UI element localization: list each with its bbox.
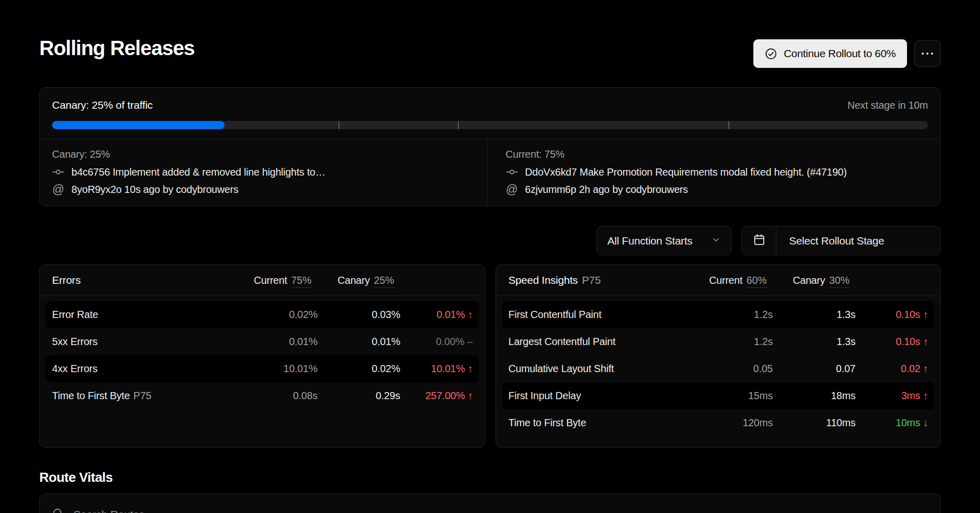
continue-rollout-button[interactable]: Continue Rollout to 60% bbox=[753, 39, 907, 68]
header-actions: Continue Rollout to 60% bbox=[753, 39, 941, 68]
continue-rollout-label: Continue Rollout to 60% bbox=[783, 47, 896, 60]
table-row: 4xx Errors10.01%0.02%10.01% ↑ bbox=[46, 355, 479, 382]
delta-value: 10.01% ↑ bbox=[400, 363, 473, 375]
function-starts-dropdown[interactable]: All Function Starts bbox=[597, 226, 731, 255]
ellipsis-icon bbox=[922, 53, 924, 55]
canary-commit-row: b4c6756 Implement added & removed line h… bbox=[52, 166, 475, 178]
canary-value: 110ms bbox=[773, 417, 855, 429]
rollout-stage-select[interactable]: Select Rollout Stage bbox=[742, 226, 941, 255]
metric-label: Largest Contentful Paint bbox=[508, 336, 691, 348]
delta-value: 257.00% ↑ bbox=[400, 390, 473, 402]
stage-divider bbox=[458, 121, 459, 129]
table-row: Error Rate0.02%0.03%0.01% ↑ bbox=[46, 301, 479, 328]
current-percent-tooltip[interactable]: 60% bbox=[747, 275, 767, 288]
speed-insights-title: Speed Insights bbox=[508, 274, 578, 286]
git-commit-icon bbox=[52, 166, 64, 178]
more-options-button[interactable] bbox=[914, 40, 941, 67]
current-value: 0.08s bbox=[236, 390, 317, 402]
current-value: 1.2s bbox=[691, 336, 773, 348]
canary-value: 0.07 bbox=[773, 363, 855, 375]
function-starts-label: All Function Starts bbox=[607, 235, 693, 247]
delta-value: 3ms ↑ bbox=[855, 390, 928, 402]
rollout-progress-fill bbox=[52, 121, 225, 129]
canary-column-header: Canary30% bbox=[767, 275, 849, 286]
deployment-icon: @ bbox=[506, 184, 518, 196]
canary-commit-message: b4c6756 Implement added & removed line h… bbox=[71, 166, 326, 178]
canary-percent-tooltip[interactable]: 25% bbox=[374, 275, 394, 288]
current-value: 120ms bbox=[691, 417, 773, 429]
table-row: Time to First Byte120ms110ms10ms ↓ bbox=[502, 409, 934, 436]
table-row: Cumulative Layout Shift0.050.070.02 ↑ bbox=[502, 355, 934, 382]
table-row: First Contentful Paint1.2s1.3s0.10s ↑ bbox=[502, 301, 934, 328]
delta-value: 10ms ↓ bbox=[855, 417, 928, 429]
metric-label: Time to First Byte bbox=[508, 417, 691, 429]
canary-value: 1.3s bbox=[773, 336, 855, 348]
current-value: 15ms bbox=[691, 390, 773, 402]
delta-value: 0.10s ↑ bbox=[855, 336, 928, 348]
current-value: 10.01% bbox=[236, 363, 317, 375]
filter-row: All Function Starts Select Rollout Stage bbox=[597, 226, 941, 255]
canary-value: 0.01% bbox=[317, 336, 400, 348]
stage-divider bbox=[728, 121, 729, 129]
route-search-card bbox=[39, 494, 941, 513]
metric-label: Time to First ByteP75 bbox=[52, 390, 236, 402]
search-icon bbox=[52, 507, 64, 513]
current-value: 0.02% bbox=[236, 309, 317, 321]
rollout-card: Canary: 25% of traffic Next stage in 10m… bbox=[39, 87, 941, 206]
canary-value: 18ms bbox=[773, 390, 855, 402]
table-row: Time to First ByteP750.08s0.29s257.00% ↑ bbox=[46, 382, 479, 409]
current-value: 0.05 bbox=[691, 363, 773, 375]
delta-value: 0.10s ↑ bbox=[855, 309, 928, 321]
canary-deployment-info: 8yoR9yx2o 10s ago by codybrouwers bbox=[71, 184, 238, 196]
current-column-header: Current75% bbox=[230, 275, 311, 286]
current-value: 0.01% bbox=[236, 336, 317, 348]
current-percent-tooltip[interactable]: 75% bbox=[291, 275, 311, 288]
canary-value: 0.29s bbox=[317, 390, 400, 402]
speed-table-body: First Contentful Paint1.2s1.3s0.10s ↑Lar… bbox=[496, 296, 940, 436]
canary-commit-panel: Canary: 25% b4c6756 Implement added & re… bbox=[40, 139, 487, 206]
canary-percent-label: Canary: 25% bbox=[52, 149, 475, 160]
delta-value: 0.02 ↑ bbox=[855, 363, 928, 375]
search-routes-input[interactable] bbox=[74, 508, 380, 513]
current-column-header: Current60% bbox=[685, 275, 767, 286]
route-vitals-title: Route Vitals bbox=[39, 470, 113, 485]
metric-label: Error Rate bbox=[52, 309, 236, 321]
calendar-button[interactable] bbox=[742, 227, 776, 255]
metric-label: First Input Delay bbox=[508, 390, 691, 402]
delta-value: 0.00% – bbox=[400, 336, 473, 348]
current-deployment-row: @ 6zjvumm6p 2h ago by codybrouwers bbox=[506, 184, 928, 196]
canary-percent-tooltip[interactable]: 30% bbox=[829, 275, 849, 288]
speed-table-header: Speed InsightsP75 Current60% Canary30% bbox=[496, 265, 940, 296]
canary-deployment-row: @ 8yoR9yx2o 10s ago by codybrouwers bbox=[52, 184, 475, 196]
errors-table-header: Errors Current75% Canary25% bbox=[40, 265, 485, 296]
rollout-progress-section: Canary: 25% of traffic Next stage in 10m bbox=[40, 88, 940, 139]
check-circle-icon bbox=[765, 47, 777, 60]
metric-label: 4xx Errors bbox=[52, 363, 236, 375]
canary-column-header: Canary25% bbox=[311, 275, 394, 286]
table-row: First Input Delay15ms18ms3ms ↑ bbox=[502, 382, 934, 409]
canary-value: 0.02% bbox=[317, 363, 400, 375]
canary-value: 1.3s bbox=[773, 309, 855, 321]
git-commit-icon bbox=[506, 166, 518, 178]
canary-traffic-label: Canary: 25% of traffic bbox=[52, 99, 153, 111]
rollout-commits-section: Canary: 25% b4c6756 Implement added & re… bbox=[40, 139, 940, 206]
current-deployment-info: 6zjvumm6p 2h ago by codybrouwers bbox=[525, 184, 688, 196]
deployment-icon: @ bbox=[52, 184, 64, 196]
chevron-down-icon bbox=[712, 235, 721, 247]
current-commit-row: DdoVx6kd7 Make Promotion Requirements mo… bbox=[506, 166, 928, 178]
metric-label: First Contentful Paint bbox=[508, 309, 691, 321]
calendar-icon bbox=[753, 233, 766, 248]
next-stage-label: Next stage in 10m bbox=[847, 100, 928, 111]
table-row: 5xx Errors0.01%0.01%0.00% – bbox=[46, 328, 479, 355]
rollout-progress-track bbox=[52, 121, 928, 129]
current-percent-label: Current: 75% bbox=[506, 149, 928, 160]
metric-label: 5xx Errors bbox=[52, 336, 236, 348]
delta-value: 0.01% ↑ bbox=[400, 309, 473, 321]
table-row: Largest Contentful Paint1.2s1.3s0.10s ↑ bbox=[502, 328, 934, 355]
stage-divider bbox=[338, 121, 339, 129]
current-commit-message: DdoVx6kd7 Make Promotion Requirements mo… bbox=[525, 166, 847, 178]
canary-value: 0.03% bbox=[317, 309, 400, 321]
errors-table-body: Error Rate0.02%0.03%0.01% ↑5xx Errors0.0… bbox=[40, 296, 485, 409]
errors-table-card: Errors Current75% Canary25% Error Rate0.… bbox=[39, 264, 485, 448]
errors-title: Errors bbox=[52, 274, 81, 286]
